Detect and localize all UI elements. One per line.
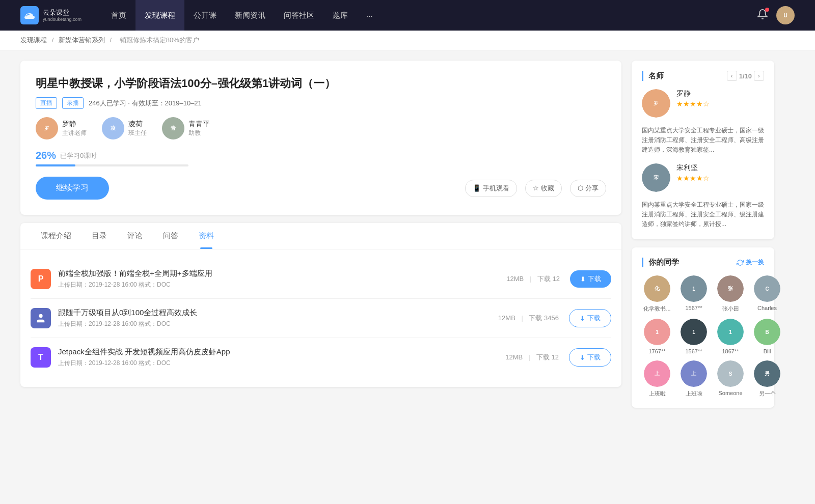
download-button-1[interactable]: ⬇ 下载 [570, 270, 611, 288]
classmate-name-6: 1567** [678, 348, 709, 354]
teacher-profile-1: 罗 罗静 ★★★★☆ [642, 89, 764, 118]
breadcrumb-series[interactable]: 新媒体营销系列 [59, 36, 105, 44]
refresh-classmates-button[interactable]: 换一换 [737, 258, 764, 267]
tab-review[interactable]: 评论 [117, 223, 153, 249]
classmate-7: 1 1867** [715, 319, 746, 354]
classmate-3: 张 张小田 [715, 275, 746, 313]
resource-info-2: 跟随千万级项目从0到100全过程高效成长 上传日期：2019-12-28 16:… [58, 308, 498, 328]
teachers-pagination: ‹ 1/10 › [727, 71, 764, 81]
progress-section: 26% 已学习0课时 [36, 150, 606, 166]
teacher-stars-2: ★★★★☆ [676, 174, 710, 182]
nav-quiz[interactable]: 题库 [323, 0, 357, 31]
teacher-3-avatar: 青 [162, 117, 184, 139]
classmate-name-3: 张小田 [715, 305, 746, 313]
continue-learning-button[interactable]: 继续学习 [36, 177, 109, 200]
badge-live: 直播 [36, 97, 57, 109]
logo-text: 云朵课堂 [43, 9, 82, 17]
favorite-button[interactable]: ☆ 收藏 [525, 180, 562, 197]
action-buttons: 📱 手机观看 ☆ 收藏 ⬡ 分享 [465, 180, 606, 197]
download-button-2[interactable]: ⬇ 下载 [569, 309, 611, 327]
teachers-panel-header: 名师 ‹ 1/10 › [642, 71, 764, 81]
tabs-content: P 前端全栈加强版！前端全栈+全周期+多端应用 上传日期：2019-12-28 … [20, 249, 621, 387]
classmate-11: S Someone [715, 360, 746, 398]
teacher-profile-desc-1: 国内某重点大学安全工程专业硕士，国家一级注册消防工程师、注册安全工程师、高级注册… [642, 126, 764, 155]
tab-resource[interactable]: 资料 [188, 223, 224, 249]
classmate-avatar-2: 1 [681, 275, 707, 302]
resource-meta-2: 上传日期：2019-12-28 16:00 格式：DOC [58, 320, 498, 328]
left-panel: 明星中教授课，小学阶段语法100分–强化级第1讲动词（一） 直播 录播 246人… [20, 61, 621, 416]
resource-meta-3: 上传日期：2019-12-28 16:00 格式：DOC [58, 359, 505, 368]
teacher-1: 罗 罗静 主讲老师 [36, 117, 87, 139]
teacher-profile-name-1: 罗静 [676, 89, 710, 98]
progress-percent: 26% [36, 150, 56, 161]
nav-open[interactable]: 公开课 [184, 0, 226, 31]
classmate-avatar-5: 1 [644, 319, 670, 345]
teacher-1-name: 罗静 [62, 120, 87, 129]
course-meta: 直播 录播 246人已学习 · 有效期至：2019–10–21 [36, 97, 606, 109]
classmate-avatar-3: 张 [717, 275, 744, 302]
nav-more[interactable]: ··· [357, 0, 382, 31]
teacher-profile-2: 宋 宋利坚 ★★★★☆ [642, 163, 764, 192]
tab-qa[interactable]: 问答 [153, 223, 188, 249]
classmate-avatar-11: S [717, 360, 744, 387]
teacher-profile-name-2: 宋利坚 [676, 163, 710, 173]
download-button-3[interactable]: ⬇ 下载 [569, 348, 611, 367]
classmate-name-7: 1867** [715, 348, 746, 354]
user-avatar-nav[interactable]: U [776, 6, 795, 24]
course-stats: 246人已学习 · 有效期至：2019–10–21 [89, 99, 202, 108]
classmate-name-11: Someone [715, 390, 746, 396]
teacher-3: 青 青青平 助教 [162, 117, 210, 139]
mobile-watch-button[interactable]: 📱 手机观看 [465, 180, 517, 197]
classmates-grid: 化 化学教书... 1 1567** 张 张小田 [642, 275, 764, 398]
resource-icon-2 [31, 308, 51, 328]
notification-bell[interactable] [757, 9, 768, 22]
classmate-12: 另 另一个 [752, 360, 782, 398]
navbar: 云朵课堂 yundouketang.com 首页 发现课程 公开课 新闻资讯 问… [0, 0, 815, 31]
teacher-profile-avatar-2: 宋 [642, 163, 670, 192]
course-title: 明星中教授课，小学阶段语法100分–强化级第1讲动词（一） [36, 76, 606, 91]
resource-info-3: Jetpack全组件实战 开发短视频应用高仿皮皮虾App 上传日期：2019-1… [58, 347, 505, 368]
resource-name-3: Jetpack全组件实战 开发短视频应用高仿皮皮虾App [58, 347, 505, 357]
tab-catalog[interactable]: 目录 [82, 223, 117, 249]
breadcrumb-discover[interactable]: 发现课程 [20, 36, 47, 44]
logo[interactable]: 云朵课堂 yundouketang.com [20, 6, 82, 24]
classmate-avatar-7: 1 [717, 319, 744, 345]
breadcrumb: 发现课程 / 新媒体营销系列 / 销冠修炼术搞定80%的客户 [0, 31, 815, 50]
teacher-2-role: 班主任 [128, 129, 147, 137]
nav-qa[interactable]: 问答社区 [275, 0, 323, 31]
classmate-name-9: 上班啦 [642, 390, 672, 398]
teacher-1-avatar: 罗 [36, 117, 58, 139]
next-teacher-button[interactable]: › [754, 71, 764, 81]
tabs-card: 课程介绍 目录 评论 问答 资料 P 前端全栈加强版！前端全栈+全周期+多端应用… [20, 223, 621, 387]
mobile-watch-label: 手机观看 [483, 184, 509, 193]
resource-stats-1: 12MB | 下载 12 [506, 274, 560, 284]
share-label: 分享 [585, 184, 599, 193]
classmate-4: C Charles [752, 275, 782, 313]
course-header-card: 明星中教授课，小学阶段语法100分–强化级第1讲动词（一） 直播 录播 246人… [20, 61, 621, 215]
share-button[interactable]: ⬡ 分享 [570, 180, 606, 197]
classmate-name-12: 另一个 [752, 390, 782, 398]
nav-discover[interactable]: 发现课程 [135, 0, 184, 31]
teacher-1-role: 主讲老师 [62, 129, 87, 137]
star-icon: ☆ [533, 184, 539, 192]
logo-sub: yundouketang.com [43, 17, 82, 22]
refresh-label: 换一换 [746, 258, 764, 267]
teachers-panel-title: 名师 [648, 71, 664, 81]
right-panel: 名师 ‹ 1/10 › 罗 罗静 ★★★★☆ 国内某重点大学安全工程专业硕士，国… [632, 61, 774, 416]
classmate-avatar-1: 化 [644, 275, 670, 302]
classmate-avatar-6: 1 [681, 319, 707, 345]
nav-home[interactable]: 首页 [102, 0, 135, 31]
prev-teacher-button[interactable]: ‹ [727, 71, 737, 81]
tab-intro[interactable]: 课程介绍 [31, 223, 82, 249]
course-actions: 继续学习 📱 手机观看 ☆ 收藏 ⬡ 分享 [36, 177, 606, 200]
teacher-page: 1/10 [739, 72, 752, 80]
classmate-name-5: 1767** [642, 348, 672, 354]
classmate-avatar-10: 上 [681, 360, 707, 387]
resource-icon-1: P [31, 269, 51, 289]
classmates-title: 你的同学 [648, 258, 679, 267]
classmate-avatar-4: C [754, 275, 780, 302]
teacher-profile-avatar-1: 罗 [642, 89, 670, 118]
progress-desc: 已学习0课时 [60, 151, 97, 160]
nav-news[interactable]: 新闻资讯 [226, 0, 275, 31]
classmates-panel-header: 你的同学 换一换 [642, 258, 764, 267]
